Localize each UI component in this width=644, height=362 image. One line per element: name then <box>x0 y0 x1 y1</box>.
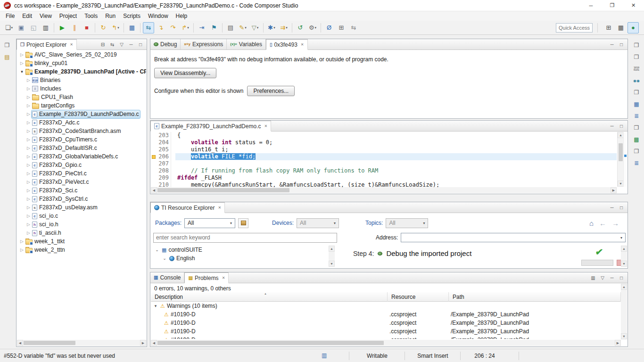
search-button[interactable]: Ø <box>323 22 335 33</box>
scroll-up-icon[interactable]: ▲ <box>621 284 627 290</box>
code-line[interactable]: 205 uint16_t i; <box>151 146 617 153</box>
horizontal-scrollbar[interactable]: ◀ ▶ <box>151 187 617 193</box>
tree-item[interactable]: ▷hti_ascii.h <box>17 229 146 237</box>
expander-collapsed-icon[interactable]: ▷ <box>19 52 25 57</box>
tree-item[interactable]: ▷cExample_F28379D_LaunchPadDemo.c <box>17 110 146 118</box>
problem-row[interactable]: ⚠#10190-D.ccsproject/Example_28379D_Laun… <box>151 327 621 336</box>
overview-ruler[interactable] <box>623 132 627 187</box>
resource-tree-scrollbar[interactable]: ▲ ▼ <box>329 246 335 267</box>
tree-item[interactable]: ▷cF2837xD_Sci.c <box>17 186 146 195</box>
tree-item[interactable]: ▷cF2837xD_Gpio.c <box>17 161 146 169</box>
scroll-left-icon[interactable]: ◀ <box>17 340 23 346</box>
link-with-editor-button[interactable]: ⇆ <box>107 40 117 49</box>
close-icon[interactable]: ✕ <box>218 206 221 210</box>
expander-collapsed-icon[interactable]: ▷ <box>25 214 32 218</box>
fill-memory-button[interactable]: ✎▾ <box>237 22 248 33</box>
tab-problems[interactable]: ▤Problems✕ <box>184 272 229 283</box>
expander-collapsed-icon[interactable]: ▷ <box>25 112 32 116</box>
expander-collapsed-icon[interactable]: ▷ <box>19 239 25 244</box>
trace-list-icon[interactable]: ≣ <box>631 158 642 168</box>
tree-item[interactable]: ▷csci_io.c <box>17 212 146 220</box>
expander-collapsed-icon[interactable]: ▷ <box>25 78 32 82</box>
restore-pane2-icon[interactable]: ❐ <box>631 52 642 62</box>
menu-item-scripts[interactable]: Scripts <box>119 12 144 20</box>
scroll-thumb[interactable] <box>157 188 289 192</box>
menu-item-help[interactable]: Help <box>172 12 191 20</box>
pane3-icon[interactable]: ❐ <box>631 146 642 156</box>
preferences-button[interactable]: Preferences... <box>247 86 295 96</box>
home-button[interactable]: ⌂ <box>589 219 594 227</box>
view-disassembly-button[interactable]: View Disassembly... <box>154 68 216 78</box>
tree-item[interactable]: ▷sF2837xD_usDelay.asm <box>17 203 146 212</box>
tree-item[interactable]: ▷hsci_io.h <box>17 220 146 229</box>
code-line[interactable]: 209#ifdef _FLASH <box>151 174 617 181</box>
open-console-button[interactable]: ▥ <box>588 273 598 282</box>
expander-collapsed-icon[interactable]: ▷ <box>25 137 32 142</box>
tree-item[interactable]: ▷≡Includes <box>17 84 146 93</box>
resume-button[interactable]: ▶ <box>57 22 68 33</box>
watch-list-icon[interactable]: ≣ <box>631 111 642 121</box>
minimized-folder-view-icon[interactable]: ▤ <box>2 52 12 62</box>
devices-select[interactable]: All ▾ <box>297 218 339 228</box>
scroll-left-icon[interactable]: ◀ <box>151 187 157 193</box>
expander-collapsed-icon[interactable]: ▷ <box>19 247 25 252</box>
expander-collapsed-icon[interactable]: ▷ <box>25 188 32 193</box>
topics-select[interactable]: All ▾ <box>386 218 428 228</box>
collapse-all-button[interactable]: ⊟ <box>98 40 107 49</box>
step-out-button[interactable]: ↱▾ <box>180 22 191 33</box>
column-header-resource[interactable]: Resource <box>388 292 449 302</box>
tree-item[interactable]: ▷cF2837xD_Adc.c <box>17 118 146 127</box>
scroll-down-icon[interactable]: ▼ <box>621 261 627 267</box>
pane-icon[interactable]: ❐ <box>631 87 642 98</box>
expander-collapsed-icon[interactable]: ▷ <box>25 103 32 108</box>
scroll-thumb[interactable] <box>157 341 384 345</box>
close-window-button[interactable]: ✕ <box>623 0 644 11</box>
maximize-view-button[interactable]: □ <box>617 121 626 131</box>
minimize-view-button[interactable]: ─ <box>607 203 617 212</box>
scroll-left-icon[interactable]: ◀ <box>151 340 157 346</box>
restore-pane-icon[interactable]: ❐ <box>631 40 642 50</box>
chip-view-icon[interactable]: ▩ <box>631 134 642 145</box>
minimized-view-icon[interactable]: ❐ <box>2 40 12 50</box>
vertical-scrollbar[interactable]: ▲ ▼ <box>617 132 623 187</box>
menu-item-run[interactable]: Run <box>101 12 119 20</box>
memory-button[interactable]: ▤ <box>225 22 236 33</box>
tab-0x3fe493[interactable]: ▯0x3fe493✕ <box>266 39 308 50</box>
tree-item[interactable]: ▷cF2837xD_GlobalVariableDefs.c <box>17 152 146 161</box>
scroll-thumb[interactable] <box>24 341 75 345</box>
restart-button[interactable]: ↻ <box>98 22 109 33</box>
resource-tree-item[interactable]: ⌄English <box>153 254 329 263</box>
expander-collapsed-icon[interactable]: ▷ <box>25 154 32 159</box>
minimize-view-button[interactable]: ─ <box>607 40 617 49</box>
expander-collapsed-icon[interactable]: ▷ <box>25 171 32 176</box>
maximize-view-button[interactable]: □ <box>136 40 145 49</box>
pane2-icon[interactable]: ❐ <box>631 123 642 133</box>
run-to-line-button[interactable]: ⇥ <box>196 22 207 33</box>
step-text[interactable]: Debug the imported project <box>386 249 471 257</box>
expander-collapsed-icon[interactable]: ▷ <box>19 61 25 66</box>
refresh-button[interactable]: ↺ <box>295 22 306 33</box>
resource-content-scrollbar[interactable]: ▲ ▼ <box>621 246 627 267</box>
resource-tree-item[interactable]: ⌄▦controlSUITE <box>153 246 329 254</box>
close-icon[interactable]: ✕ <box>70 42 73 47</box>
problem-row[interactable]: ⚠#10190-D.ccsproject/Example_28379D_Laun… <box>151 336 621 339</box>
menu-item-project[interactable]: Project <box>56 12 81 20</box>
tab-ti-resource-explorer[interactable]: TI Resource Explorer✕ <box>150 202 225 213</box>
tree-item[interactable]: ▷targetConfigs <box>17 101 146 110</box>
close-icon[interactable]: ✕ <box>301 42 304 47</box>
step-return-button[interactable]: ↰▾ <box>110 22 121 33</box>
packages-select[interactable]: All ▾ <box>184 218 235 228</box>
tree-item[interactable]: ▷cF2837xD_PieVect.c <box>17 178 146 186</box>
open-perspective-button[interactable]: ⊞ <box>603 22 614 33</box>
scroll-down-icon[interactable]: ▼ <box>621 333 627 339</box>
tree-item[interactable]: ▷week_1_ttkt <box>17 237 146 246</box>
tab-project-explorer[interactable]: ❐Project Explorer✕ <box>17 39 77 50</box>
column-header-description[interactable]: Description▲ <box>151 292 388 302</box>
scroll-right-icon[interactable]: ▶ <box>611 187 617 193</box>
menu-item-view[interactable]: View <box>36 12 56 20</box>
tree-item[interactable]: ▷cF2837xD_DefaultISR.c <box>17 144 146 152</box>
expander-collapsed-icon[interactable]: ▷ <box>25 86 32 91</box>
vertical-scrollbar[interactable]: ▲ ▼ <box>621 284 627 339</box>
tree-item[interactable]: ▷AVC_Slave_Series_25_02_2019 <box>17 50 146 59</box>
tab-expressions[interactable]: x+yExpressions <box>181 39 227 49</box>
